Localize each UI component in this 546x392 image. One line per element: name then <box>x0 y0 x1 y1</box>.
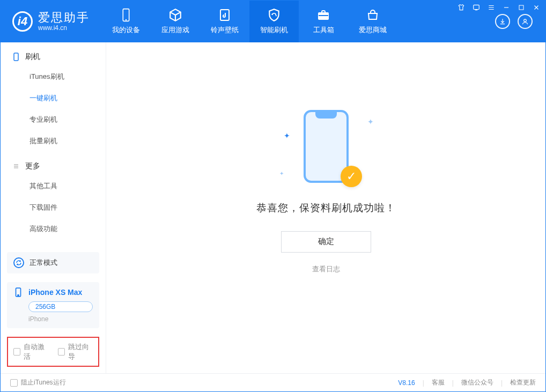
sidebar-group-flash: 刷机 <box>1 42 106 66</box>
app-window: i4 爱思助手 www.i4.cn 我的设备 应用游戏 铃声壁纸 智能刷机 <box>0 0 546 392</box>
svg-rect-0 <box>474 5 479 9</box>
device-box[interactable]: iPhone XS Max 256GB iPhone <box>7 282 99 328</box>
check-badge-icon: ✓ <box>341 166 362 187</box>
maximize-button[interactable] <box>517 3 526 12</box>
sidebar: 刷机 iTunes刷机 一键刷机 专业刷机 批量刷机 更多 其他工具 下载固件 … <box>1 42 106 373</box>
download-button[interactable] <box>495 14 510 29</box>
sidebar-item-batch-flash[interactable]: 批量刷机 <box>1 130 106 152</box>
mode-label: 正常模式 <box>29 258 57 268</box>
nav-my-device[interactable]: 我的设备 <box>101 1 151 42</box>
view-log-link[interactable]: 查看日志 <box>312 264 340 274</box>
checkbox-icon <box>58 348 65 356</box>
nav-label: 爱思商城 <box>359 25 387 35</box>
nav-apps-games[interactable]: 应用游戏 <box>151 1 200 42</box>
success-message: 恭喜您，保资料刷机成功啦！ <box>256 201 396 215</box>
app-logo: i4 爱思助手 www.i4.cn <box>1 1 101 42</box>
stop-itunes-label: 阻止iTunes运行 <box>21 378 66 387</box>
footer-link-wechat[interactable]: 微信公众号 <box>461 378 493 387</box>
sparkle-icon: ✦ <box>284 131 290 140</box>
mode-icon <box>13 257 24 268</box>
app-name: 爱思助手 <box>38 11 90 24</box>
auto-activate-checkbox[interactable]: 自动激活 <box>13 342 48 361</box>
sidebar-item-itunes-flash[interactable]: iTunes刷机 <box>1 66 106 87</box>
music-file-icon <box>218 8 232 22</box>
device-capacity-badge: 256GB <box>28 301 93 312</box>
phone-outline-icon <box>12 53 20 61</box>
nav-label: 工具箱 <box>313 25 334 35</box>
nav-toolbox[interactable]: 工具箱 <box>299 1 348 42</box>
main-content: ✓ ✦ ✦ ✦ 恭喜您，保资料刷机成功啦！ 确定 查看日志 <box>106 42 545 373</box>
sidebar-item-download-firmware[interactable]: 下载固件 <box>1 197 106 218</box>
checkbox-icon <box>13 348 20 356</box>
nav-label: 智能刷机 <box>260 25 288 35</box>
svg-point-6 <box>524 19 527 22</box>
device-phone-icon <box>13 287 23 297</box>
nav-ringtone-wallpaper[interactable]: 铃声壁纸 <box>200 1 249 42</box>
sidebar-item-onekey-flash[interactable]: 一键刷机 <box>1 87 106 109</box>
top-nav: 我的设备 应用游戏 铃声壁纸 智能刷机 工具箱 爱思商城 <box>101 1 397 42</box>
toolbox-icon <box>316 8 330 22</box>
version-label: V8.16 <box>398 379 415 387</box>
titlebar-controls <box>456 3 541 12</box>
device-name-text: iPhone XS Max <box>28 288 82 297</box>
nav-label: 铃声壁纸 <box>211 25 239 35</box>
minimize-button[interactable] <box>501 3 511 12</box>
refresh-shield-icon <box>267 8 281 22</box>
auto-activate-label: 自动激活 <box>24 342 48 361</box>
sidebar-item-other-tools[interactable]: 其他工具 <box>1 175 106 197</box>
shirt-icon[interactable] <box>456 3 466 12</box>
checkbox-icon <box>10 379 18 387</box>
svg-rect-7 <box>14 53 18 61</box>
sparkle-icon: ✦ <box>367 117 374 126</box>
device-type: iPhone <box>28 315 93 323</box>
app-domain: www.i4.cn <box>38 25 90 32</box>
mode-box[interactable]: 正常模式 <box>7 252 99 273</box>
footer-link-update[interactable]: 检查更新 <box>510 378 536 387</box>
nav-label: 我的设备 <box>112 25 140 35</box>
cube-icon <box>168 8 182 22</box>
svg-point-9 <box>18 295 19 296</box>
sidebar-item-advanced[interactable]: 高级功能 <box>1 218 106 240</box>
account-button[interactable] <box>518 14 533 29</box>
sidebar-item-pro-flash[interactable]: 专业刷机 <box>1 109 106 130</box>
menu-icon[interactable] <box>486 3 496 12</box>
group-title: 刷机 <box>25 52 40 62</box>
success-illustration: ✓ ✦ ✦ ✦ <box>281 110 372 185</box>
skip-guide-checkbox[interactable]: 跳过向导 <box>58 342 93 361</box>
nav-label: 应用游戏 <box>161 25 189 35</box>
sparkle-icon: ✦ <box>279 171 284 176</box>
feedback-icon[interactable] <box>471 3 481 12</box>
group-title: 更多 <box>25 161 40 171</box>
body: 刷机 iTunes刷机 一键刷机 专业刷机 批量刷机 更多 其他工具 下载固件 … <box>1 42 545 373</box>
ok-button[interactable]: 确定 <box>281 231 371 253</box>
skip-guide-label: 跳过向导 <box>68 342 93 361</box>
close-button[interactable] <box>532 3 541 12</box>
footer-link-support[interactable]: 客服 <box>432 378 445 387</box>
list-icon <box>12 162 20 170</box>
sidebar-group-more: 更多 <box>1 152 106 175</box>
footer: 阻止iTunes运行 V8.16 | 客服 | 微信公众号 | 检查更新 <box>1 373 545 391</box>
device-icon <box>119 8 133 22</box>
svg-rect-1 <box>519 5 523 10</box>
logo-icon: i4 <box>12 11 33 32</box>
nav-store[interactable]: 爱思商城 <box>348 1 397 42</box>
store-icon <box>366 8 380 22</box>
stop-itunes-checkbox[interactable]: 阻止iTunes运行 <box>10 378 66 387</box>
bottom-options-strip: 自动激活 跳过向导 <box>7 337 99 367</box>
svg-point-3 <box>126 19 127 20</box>
nav-smart-flash[interactable]: 智能刷机 <box>249 1 299 42</box>
